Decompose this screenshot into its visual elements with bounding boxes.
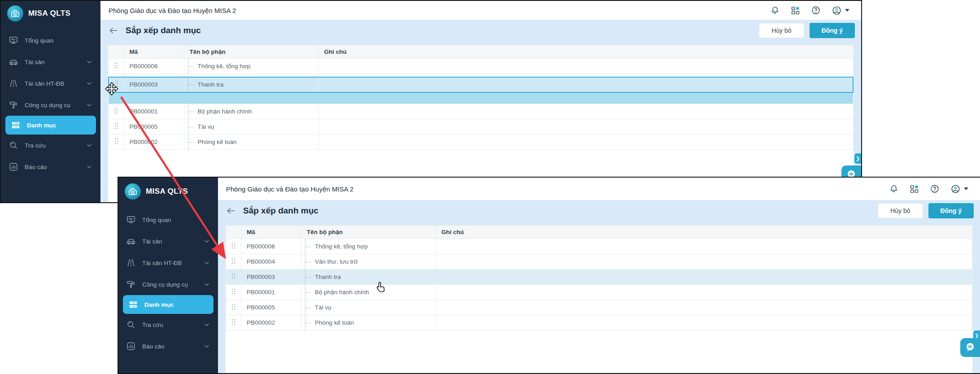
screenshot-before: MISA QLTS Tổng quan Tài sản Tài sản HT-Đ… — [0, 0, 862, 203]
drag-handle[interactable] — [226, 254, 241, 270]
tree-connector: Bộ phận hành chính — [184, 104, 318, 119]
sidebar: MISA QLTS Tổng quan Tài sản Tài sản HT-Đ… — [118, 178, 218, 373]
table-row[interactable]: PB000006 Thống kê, tổng hợp — [109, 59, 853, 74]
sidebar-item-tong-quan[interactable]: Tổng quan — [1, 30, 100, 51]
sidebar-item-tra-cuu[interactable]: Tra cứu — [118, 314, 218, 335]
table-row[interactable]: PB000005 Tài vụ — [226, 300, 972, 315]
drop-placeholder-row — [109, 92, 853, 104]
table-row[interactable]: PB000006 Thống kê, tổng hợp — [226, 239, 972, 254]
drag-handle[interactable] — [226, 239, 241, 254]
tools-icon — [126, 279, 136, 289]
cell-note — [436, 285, 972, 300]
cell-note — [318, 135, 853, 150]
chevron-down-icon — [203, 281, 210, 288]
back-arrow-icon[interactable] — [226, 206, 236, 216]
apps-grid-icon[interactable] — [791, 6, 800, 15]
drag-handle[interactable] — [109, 77, 124, 92]
drag-handle[interactable] — [109, 59, 124, 74]
help-icon[interactable] — [930, 184, 940, 194]
cell-note — [318, 77, 853, 92]
chat-support-button[interactable] — [960, 338, 980, 357]
app-logo[interactable]: MISA QLTS — [118, 178, 218, 205]
cell-name: Thống kê, tổng hợp — [315, 243, 368, 250]
sidebar-item-danh-muc[interactable]: Danh mục — [123, 295, 213, 314]
drag-dots-icon — [114, 138, 119, 145]
sidebar-item-cong-cu[interactable]: Công cụ dụng cụ — [1, 94, 100, 116]
table-row[interactable]: PB000004 Văn thư, lưu trữ — [226, 254, 972, 270]
drag-handle[interactable] — [226, 315, 241, 331]
overview-icon — [126, 215, 136, 225]
drag-handle[interactable] — [226, 285, 241, 300]
handle-column-header — [226, 226, 241, 239]
ok-button[interactable]: Đồng ý — [810, 23, 855, 38]
ok-button[interactable]: Đồng ý — [928, 203, 974, 218]
drag-handle[interactable] — [226, 300, 241, 315]
notification-bell-icon[interactable] — [889, 184, 899, 194]
app-logo[interactable]: MISA QLTS — [1, 1, 100, 26]
table-row[interactable]: PB000001 Bộ phận hành chính — [226, 285, 972, 300]
back-arrow-icon[interactable] — [109, 26, 118, 35]
topbar: Phòng Giáo dục và Đào tạo Huyện MISA 2 — [218, 178, 980, 200]
drag-handle[interactable] — [109, 135, 124, 150]
drag-dots-icon — [231, 288, 236, 295]
cell-code: PB000003 — [241, 270, 301, 285]
sidebar-item-tai-san[interactable]: Tài sản — [1, 51, 100, 73]
drag-handle[interactable] — [109, 104, 124, 119]
sidebar-item-danh-muc[interactable]: Danh mục — [5, 116, 96, 135]
avatar-icon — [832, 5, 842, 16]
chevron-down-icon — [203, 321, 210, 328]
drag-handle[interactable] — [226, 270, 241, 285]
drag-dots-icon — [231, 273, 236, 280]
cell-code: PB000003 — [124, 77, 184, 92]
sidebar-item-cong-cu[interactable]: Công cụ dụng cụ — [118, 274, 218, 295]
table-row[interactable]: PB000001 Bộ phận hành chính — [109, 104, 853, 119]
caret-down-icon — [964, 187, 968, 190]
subheader: Sắp xếp danh mục Hủy bỏ Đồng ý — [218, 200, 980, 222]
drag-dots-icon — [231, 318, 236, 326]
drag-dots-icon — [114, 80, 119, 87]
report-icon — [9, 162, 18, 172]
asset-icon — [126, 236, 136, 246]
user-menu[interactable] — [832, 5, 849, 16]
sidebar-item-bao-cao[interactable]: Báo cáo — [118, 335, 218, 357]
subheader: Sắp xếp danh mục Hủy bỏ Đồng ý — [100, 20, 861, 41]
chevron-down-icon — [86, 80, 93, 87]
report-icon — [126, 341, 136, 351]
expand-panel-tab[interactable]: ❯ — [854, 153, 861, 164]
sidebar-item-tai-san-htdb[interactable]: Tài sản HT-ĐB — [1, 73, 100, 94]
sidebar-item-tai-san[interactable]: Tài sản — [118, 230, 218, 252]
dragged-row[interactable]: PB000003 Thanh tra — [109, 77, 853, 92]
table-row[interactable]: PB000005 Tài vụ — [109, 119, 853, 135]
cancel-button[interactable]: Hủy bỏ — [759, 23, 804, 38]
cell-name: Tài vụ — [315, 304, 331, 311]
tree-connector: Phòng kế toán — [301, 315, 436, 330]
cell-name: Phòng kế toán — [198, 139, 237, 145]
cell-name: Thanh tra — [198, 81, 224, 88]
drag-handle[interactable] — [109, 119, 124, 135]
user-menu[interactable] — [950, 184, 968, 194]
table-row[interactable]: PB000002 Phòng kế toán — [109, 135, 853, 150]
cell-code: PB000005 — [241, 300, 301, 315]
misa-logo-icon — [7, 5, 23, 22]
table-row[interactable]: PB000002 Phòng kế toán — [226, 315, 972, 331]
sidebar-item-bao-cao[interactable]: Báo cáo — [1, 156, 100, 178]
tree-connector: Thống kê, tổng hợp — [301, 239, 436, 254]
cancel-button[interactable]: Hủy bỏ — [878, 203, 923, 218]
misa-logo-icon — [125, 183, 141, 200]
sidebar-menu: Tổng quan Tài sản Tài sản HT-ĐB Công cụ … — [118, 205, 218, 357]
sidebar-item-tra-cuu[interactable]: Tra cứu — [1, 135, 100, 156]
apps-grid-icon[interactable] — [910, 184, 919, 194]
sidebar-item-tai-san-htdb[interactable]: Tài sản HT-ĐB — [118, 252, 218, 274]
drag-dots-icon — [231, 242, 236, 249]
moved-row[interactable]: PB000003 Thanh tra — [226, 270, 972, 285]
partially-hidden-row — [109, 74, 853, 77]
code-column-header: Mã — [124, 45, 184, 59]
drag-dots-icon — [114, 122, 119, 130]
sidebar-item-tong-quan[interactable]: Tổng quan — [118, 209, 218, 230]
tools-icon — [9, 100, 18, 110]
asset-icon — [9, 57, 18, 67]
cell-code: PB000004 — [241, 254, 301, 270]
help-icon[interactable] — [811, 5, 821, 15]
notification-bell-icon[interactable] — [770, 5, 780, 15]
chevron-down-icon — [203, 259, 210, 266]
